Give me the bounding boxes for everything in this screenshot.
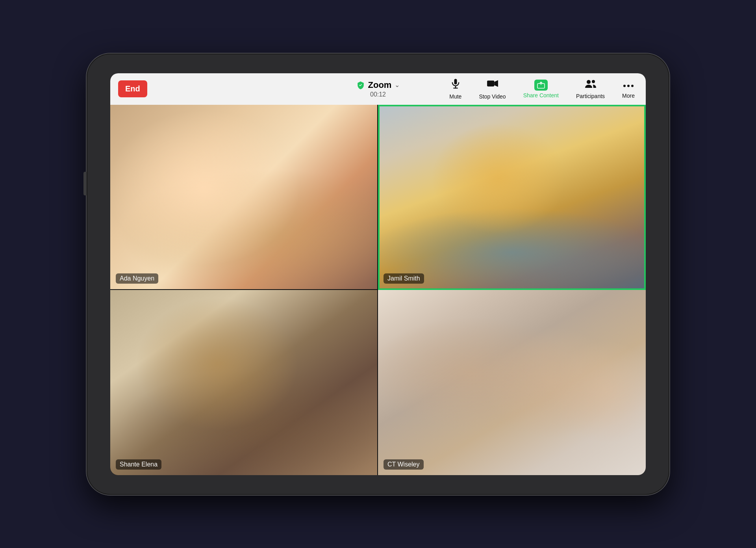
- video-cell-jamil: Jamil Smith: [378, 105, 646, 290]
- svg-point-9: [627, 85, 630, 87]
- participants-label: Participants: [576, 93, 605, 99]
- share-content-icon: [534, 80, 548, 91]
- participant-name-shante: Shante Elena: [116, 459, 161, 470]
- participant-name-ada: Ada Nguyen: [116, 273, 158, 284]
- share-content-button[interactable]: Share Content: [520, 78, 562, 100]
- shield-icon: [356, 81, 365, 89]
- participants-icon: [584, 78, 597, 91]
- microphone-icon: [450, 78, 461, 92]
- svg-rect-3: [487, 81, 494, 87]
- share-content-label: Share Content: [523, 92, 559, 98]
- more-button[interactable]: More: [619, 77, 638, 100]
- video-cell-ct: CT Wiseley: [378, 290, 646, 475]
- end-button[interactable]: End: [118, 80, 147, 97]
- tablet-screen: End Zoom ⌄ 00:12: [110, 73, 646, 475]
- more-dots-icon: [623, 79, 634, 91]
- toolbar-right: Mute Stop Video: [446, 76, 638, 101]
- participants-button[interactable]: Participants: [573, 77, 608, 101]
- svg-rect-0: [454, 79, 457, 84]
- mute-button[interactable]: Mute: [446, 76, 465, 101]
- video-feed-jamil: [378, 105, 646, 289]
- video-feed-ct: [378, 290, 646, 475]
- chevron-down-icon[interactable]: ⌄: [395, 81, 400, 89]
- meeting-name: Zoom: [368, 80, 392, 90]
- stop-video-label: Stop Video: [479, 93, 506, 100]
- svg-point-7: [592, 80, 595, 83]
- participant-name-jamil: Jamil Smith: [384, 273, 424, 284]
- video-cell-shante: Shante Elena: [110, 290, 378, 475]
- meeting-timer: 00:12: [370, 91, 386, 98]
- mute-label: Mute: [449, 93, 461, 100]
- video-camera-icon: [487, 78, 498, 92]
- participant-name-ct: CT Wiseley: [384, 459, 424, 470]
- video-cell-ada: Ada Nguyen: [110, 105, 378, 290]
- more-label: More: [622, 93, 635, 99]
- meeting-name-row: Zoom ⌄: [356, 80, 400, 90]
- svg-point-8: [623, 85, 626, 87]
- svg-point-6: [587, 80, 591, 84]
- video-feed-ada: [110, 105, 377, 289]
- top-bar: End Zoom ⌄ 00:12: [110, 73, 646, 105]
- tablet-device: End Zoom ⌄ 00:12: [87, 54, 669, 495]
- video-feed-shante: [110, 290, 377, 475]
- stop-video-button[interactable]: Stop Video: [476, 76, 509, 101]
- svg-marker-4: [494, 80, 498, 87]
- video-grid: Ada Nguyen Jamil Smith Shante Elena: [110, 105, 646, 475]
- meeting-title-area: Zoom ⌄ 00:12: [356, 80, 400, 98]
- svg-point-10: [631, 85, 634, 87]
